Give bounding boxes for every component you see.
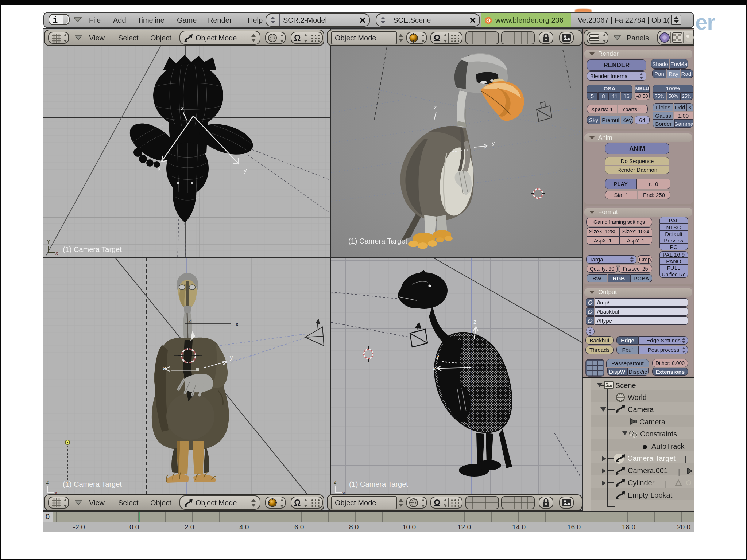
svg-text:|: |	[685, 455, 686, 463]
svg-text:|: |	[678, 468, 680, 476]
svg-text:|: |	[665, 480, 667, 488]
